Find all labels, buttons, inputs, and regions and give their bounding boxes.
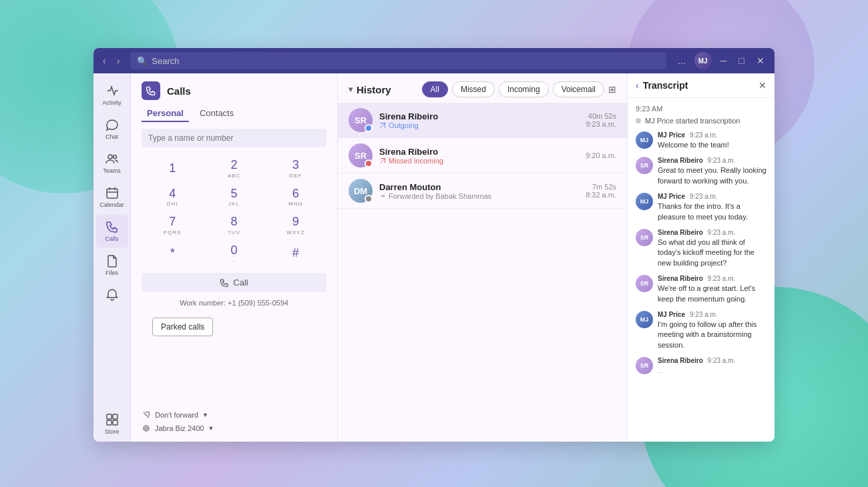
msg-header: Sirena Ribeiro 9:23 a.m. (658, 157, 767, 164)
msg-header: MJ Price 9:23 a.m. (658, 193, 767, 200)
history-collapse-icon[interactable]: ▾ (349, 85, 353, 94)
tab-personal[interactable]: Personal (142, 105, 189, 122)
avatar: DM (349, 179, 373, 203)
msg-avatar: SR (636, 229, 653, 246)
msg-time: 9:23 a.m. (690, 311, 718, 318)
search-bar[interactable]: 🔍 Search (130, 52, 666, 69)
msg-text: Thanks for the intro. It's a pleasure to… (658, 201, 767, 222)
transcript-message: SR Sirena Ribeiro 9:23 a.m. ... (636, 357, 767, 376)
msg-time: 9:23 a.m. (708, 157, 736, 164)
sidebar-item-notifications[interactable] (96, 283, 128, 309)
device-item[interactable]: Jabra Biz 2400 ▼ (142, 422, 327, 435)
sidebar-label-store: Store (105, 428, 120, 435)
transcript-close-button[interactable]: ✕ (758, 80, 767, 91)
svg-rect-6 (113, 420, 118, 425)
sidebar-item-teams[interactable]: Teams (96, 147, 128, 179)
title-bar: ‹ › 🔍 Search ... MJ ─ □ ✕ (93, 48, 775, 73)
call-list: SR Sirena Ribeiro Outgoing 40m 52s 9:23 … (338, 103, 627, 442)
call-item[interactable]: SR Sirena Ribeiro Missed incoming 9:20 a… (338, 138, 627, 173)
msg-text: ... (658, 366, 767, 376)
maximize-button[interactable]: □ (736, 54, 748, 67)
dial-key-1[interactable]: 1 (142, 154, 203, 183)
dial-key-7[interactable]: 7PQRS (142, 211, 203, 239)
call-meta: 40m 52s 9:23 a.m. (586, 112, 616, 128)
dont-forward-item[interactable]: Don't forward ▼ (142, 408, 327, 422)
msg-sender: Sirena Ribeiro (658, 357, 703, 364)
sidebar-item-chat[interactable]: Chat (96, 113, 128, 145)
call-button-label: Call (233, 278, 248, 288)
dial-key-5[interactable]: 5JKL (203, 183, 264, 211)
msg-content: MJ Price 9:23 a.m. I'm going to follow u… (658, 311, 767, 350)
tab-contacts[interactable]: Contacts (194, 105, 239, 122)
msg-text: I'm going to follow up after this meetin… (658, 320, 767, 350)
transcript-panel: ‹ Transcript ✕ 9:23 AM MJ Price started … (628, 73, 775, 442)
sidebar-label-files: Files (105, 270, 118, 276)
device-chevron: ▼ (208, 425, 214, 432)
msg-avatar: SR (636, 275, 653, 292)
msg-sender: MJ Price (658, 193, 685, 200)
transcript-title: Transcript (643, 80, 754, 91)
sidebar-label-teams: Teams (103, 167, 121, 174)
msg-header: MJ Price 9:23 a.m. (658, 131, 767, 139)
filter-more-icon[interactable]: ⊞ (608, 84, 616, 95)
transcript-body: 9:23 AM MJ Price started transcription M… (628, 98, 775, 442)
dial-key-*[interactable]: * (142, 239, 203, 268)
dial-input[interactable] (142, 129, 327, 147)
msg-avatar: MJ (636, 131, 653, 149)
msg-content: Sirena Ribeiro 9:23 a.m. We're off to a … (658, 275, 767, 304)
svg-rect-4 (113, 414, 118, 419)
filter-all[interactable]: All (422, 81, 448, 97)
transcript-message: SR Sirena Ribeiro 9:23 a.m. Great to mee… (636, 157, 767, 186)
msg-header: Sirena Ribeiro 9:23 a.m. (658, 229, 767, 236)
calls-bottom-bar: Don't forward ▼ Jabra Biz 2400 ▼ (131, 403, 337, 442)
dial-key-0[interactable]: 0- (203, 239, 264, 268)
sidebar-item-activity[interactable]: Activity (96, 79, 128, 111)
more-button[interactable]: ... (674, 54, 689, 67)
svg-point-0 (108, 155, 112, 159)
call-button[interactable]: Call (142, 273, 327, 292)
call-item[interactable]: DM Darren Mouton Forwarded by Babak Sham… (338, 173, 627, 209)
dial-key-2[interactable]: 2ABC (203, 154, 264, 183)
app-window: ‹ › 🔍 Search ... MJ ─ □ ✕ Activity Chat (93, 48, 775, 442)
history-title: ▾ History (349, 84, 391, 95)
filter-voicemail[interactable]: Voicemail (553, 81, 604, 97)
call-duration: 40m 52s (586, 112, 616, 120)
user-avatar[interactable]: MJ (694, 52, 712, 69)
sidebar-item-calendar[interactable]: Calendar (96, 181, 128, 213)
svg-point-7 (145, 427, 148, 430)
dial-key-9[interactable]: 9WXYZ (265, 211, 327, 239)
call-type: Outgoing (379, 121, 579, 129)
nav-buttons: ‹ › (100, 54, 122, 67)
avatar-status (365, 159, 373, 167)
sidebar-item-store[interactable]: Store (96, 408, 128, 440)
msg-text: Great to meet you. Really looking forwar… (658, 165, 767, 186)
filter-missed[interactable]: Missed (452, 81, 495, 97)
transcript-back-button[interactable]: ‹ (636, 80, 639, 91)
dial-key-3[interactable]: 3DEF (265, 154, 327, 183)
msg-avatar: MJ (636, 193, 653, 210)
dial-key-8[interactable]: 8TUV (203, 211, 264, 239)
msg-sender: MJ Price (658, 311, 685, 318)
window-actions: ... MJ ─ □ ✕ (674, 52, 768, 69)
search-placeholder: Search (152, 56, 179, 66)
dont-forward-label: Don't forward (155, 411, 198, 419)
msg-header: MJ Price 9:23 a.m. (658, 311, 767, 318)
dial-key-6[interactable]: 6MNO (265, 183, 327, 211)
msg-content: MJ Price 9:23 a.m. Thanks for the intro.… (658, 193, 767, 222)
filter-incoming[interactable]: Incoming (499, 81, 549, 97)
dial-key-4[interactable]: 4GHI (142, 183, 203, 211)
avatar-status (365, 124, 373, 132)
minimize-button[interactable]: ─ (717, 54, 730, 67)
msg-time: 9:23 a.m. (690, 131, 718, 139)
sidebar-item-calls[interactable]: Calls (96, 215, 128, 248)
forward-button[interactable]: › (114, 54, 123, 67)
sidebar-item-files[interactable]: Files (96, 249, 128, 282)
call-meta: 7m 52s 8:32 a.m. (586, 183, 616, 199)
close-button[interactable]: ✕ (753, 54, 768, 67)
call-item[interactable]: SR Sirena Ribeiro Outgoing 40m 52s 9:23 … (338, 103, 627, 138)
call-info: Sirena Ribeiro Missed incoming (379, 147, 579, 165)
dial-key-#[interactable]: # (265, 239, 327, 268)
call-info: Darren Mouton Forwarded by Babak Shammas (379, 182, 579, 200)
parked-calls-button[interactable]: Parked calls (152, 318, 213, 336)
back-button[interactable]: ‹ (100, 54, 109, 67)
